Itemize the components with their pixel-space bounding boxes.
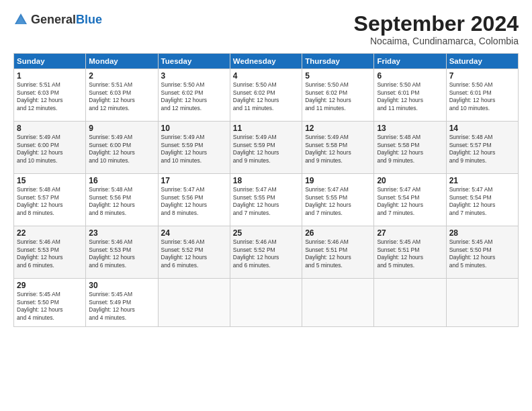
table-row: 25Sunrise: 5:46 AM Sunset: 5:52 PM Dayli… [230,226,302,279]
cell-info: Sunrise: 5:48 AM Sunset: 5:57 PM Dayligh… [449,134,515,165]
cell-info: Sunrise: 5:49 AM Sunset: 5:58 PM Dayligh… [305,134,371,165]
table-row: 15Sunrise: 5:48 AM Sunset: 5:57 PM Dayli… [14,174,86,226]
cell-info: Sunrise: 5:48 AM Sunset: 5:57 PM Dayligh… [17,186,83,217]
day-number: 7 [449,71,515,81]
cell-info: Sunrise: 5:45 AM Sunset: 5:50 PM Dayligh… [449,238,515,269]
table-row: 10Sunrise: 5:49 AM Sunset: 5:59 PM Dayli… [158,122,230,174]
table-row: 21Sunrise: 5:47 AM Sunset: 5:54 PM Dayli… [446,174,518,226]
day-number: 1 [17,71,83,81]
day-number: 25 [233,228,299,238]
table-row [230,279,302,327]
table-row [374,279,446,327]
day-number: 15 [17,176,83,185]
table-row: 28Sunrise: 5:45 AM Sunset: 5:50 PM Dayli… [446,226,518,279]
cell-info: Sunrise: 5:47 AM Sunset: 5:55 PM Dayligh… [233,186,299,217]
table-row: 7Sunrise: 5:50 AM Sunset: 6:01 PM Daylig… [446,69,518,122]
location-subtitle: Nocaima, Cundinamarca, Colombia [354,36,519,46]
day-number: 12 [305,124,371,133]
cell-info: Sunrise: 5:48 AM Sunset: 5:58 PM Dayligh… [377,134,443,165]
cell-info: Sunrise: 5:47 AM Sunset: 5:54 PM Dayligh… [449,186,515,217]
month-year-title: September 2024 [354,12,519,36]
day-number: 10 [161,124,227,133]
day-number: 11 [233,124,299,133]
cell-info: Sunrise: 5:46 AM Sunset: 5:52 PM Dayligh… [161,238,227,269]
table-row: 2Sunrise: 5:51 AM Sunset: 6:03 PM Daylig… [86,69,158,122]
table-row: 5Sunrise: 5:50 AM Sunset: 6:02 PM Daylig… [302,69,374,122]
day-number: 8 [17,124,83,133]
cell-info: Sunrise: 5:45 AM Sunset: 5:49 PM Dayligh… [89,291,154,322]
table-row: 20Sunrise: 5:47 AM Sunset: 5:54 PM Dayli… [374,174,446,226]
day-number: 3 [161,71,227,81]
day-number: 20 [377,176,443,185]
table-row: 24Sunrise: 5:46 AM Sunset: 5:52 PM Dayli… [158,226,230,279]
table-row: 13Sunrise: 5:48 AM Sunset: 5:58 PM Dayli… [374,122,446,174]
cell-info: Sunrise: 5:47 AM Sunset: 5:55 PM Dayligh… [305,186,371,217]
calendar-page: GeneralBlue September 2024 Nocaima, Cund… [0,0,532,411]
col-friday: Friday [374,54,446,69]
table-row: 1Sunrise: 5:51 AM Sunset: 6:03 PM Daylig… [14,69,86,122]
cell-info: Sunrise: 5:47 AM Sunset: 5:54 PM Dayligh… [377,186,443,217]
table-row: 22Sunrise: 5:46 AM Sunset: 5:53 PM Dayli… [14,226,86,279]
cell-info: Sunrise: 5:46 AM Sunset: 5:53 PM Dayligh… [17,238,83,269]
day-number: 16 [89,176,154,185]
day-number: 26 [305,228,371,238]
calendar-table: Sunday Monday Tuesday Wednesday Thursday… [13,53,519,327]
cell-info: Sunrise: 5:48 AM Sunset: 5:56 PM Dayligh… [89,186,154,217]
day-number: 5 [305,71,371,81]
logo: GeneralBlue [13,12,102,27]
table-row: 29Sunrise: 5:45 AM Sunset: 5:50 PM Dayli… [14,279,86,327]
day-number: 18 [233,176,299,185]
day-number: 22 [17,228,83,238]
day-number: 13 [377,124,443,133]
cell-info: Sunrise: 5:45 AM Sunset: 5:50 PM Dayligh… [17,291,83,322]
cell-info: Sunrise: 5:46 AM Sunset: 5:51 PM Dayligh… [305,238,371,269]
table-row: 3Sunrise: 5:50 AM Sunset: 6:02 PM Daylig… [158,69,230,122]
table-row: 9Sunrise: 5:49 AM Sunset: 6:00 PM Daylig… [86,122,158,174]
col-sunday: Sunday [14,54,86,69]
calendar-header-row: Sunday Monday Tuesday Wednesday Thursday… [14,54,519,69]
cell-info: Sunrise: 5:51 AM Sunset: 6:03 PM Dayligh… [17,81,83,112]
cell-info: Sunrise: 5:49 AM Sunset: 6:00 PM Dayligh… [17,134,83,165]
title-block: September 2024 Nocaima, Cundinamarca, Co… [354,12,519,46]
cell-info: Sunrise: 5:46 AM Sunset: 5:53 PM Dayligh… [89,238,154,269]
table-row: 16Sunrise: 5:48 AM Sunset: 5:56 PM Dayli… [86,174,158,226]
cell-info: Sunrise: 5:51 AM Sunset: 6:03 PM Dayligh… [89,81,154,112]
cell-info: Sunrise: 5:49 AM Sunset: 5:59 PM Dayligh… [233,134,299,165]
day-number: 9 [89,124,154,133]
day-number: 24 [161,228,227,238]
day-number: 14 [449,124,515,133]
day-number: 19 [305,176,371,185]
col-monday: Monday [86,54,158,69]
col-wednesday: Wednesday [230,54,302,69]
cell-info: Sunrise: 5:45 AM Sunset: 5:51 PM Dayligh… [377,238,443,269]
cell-info: Sunrise: 5:47 AM Sunset: 5:56 PM Dayligh… [161,186,227,217]
day-number: 29 [17,281,83,290]
table-row: 14Sunrise: 5:48 AM Sunset: 5:57 PM Dayli… [446,122,518,174]
table-row: 23Sunrise: 5:46 AM Sunset: 5:53 PM Dayli… [86,226,158,279]
cell-info: Sunrise: 5:49 AM Sunset: 6:00 PM Dayligh… [89,134,154,165]
logo-text-general: General [31,13,76,26]
table-row: 30Sunrise: 5:45 AM Sunset: 5:49 PM Dayli… [86,279,158,327]
cell-info: Sunrise: 5:50 AM Sunset: 6:02 PM Dayligh… [161,81,227,112]
table-row [158,279,230,327]
table-row: 8Sunrise: 5:49 AM Sunset: 6:00 PM Daylig… [14,122,86,174]
table-row: 12Sunrise: 5:49 AM Sunset: 5:58 PM Dayli… [302,122,374,174]
table-row [446,279,518,327]
table-row: 4Sunrise: 5:50 AM Sunset: 6:02 PM Daylig… [230,69,302,122]
table-row [302,279,374,327]
col-thursday: Thursday [302,54,374,69]
cell-info: Sunrise: 5:49 AM Sunset: 5:59 PM Dayligh… [161,134,227,165]
page-header: GeneralBlue September 2024 Nocaima, Cund… [13,12,519,46]
logo-text-blue: Blue [76,13,102,26]
day-number: 21 [449,176,515,185]
day-number: 23 [89,228,154,238]
day-number: 6 [377,71,443,81]
day-number: 30 [89,281,154,290]
table-row: 11Sunrise: 5:49 AM Sunset: 5:59 PM Dayli… [230,122,302,174]
day-number: 17 [161,176,227,185]
day-number: 4 [233,71,299,81]
cell-info: Sunrise: 5:50 AM Sunset: 6:02 PM Dayligh… [305,81,371,112]
table-row: 26Sunrise: 5:46 AM Sunset: 5:51 PM Dayli… [302,226,374,279]
cell-info: Sunrise: 5:50 AM Sunset: 6:02 PM Dayligh… [233,81,299,112]
col-tuesday: Tuesday [158,54,230,69]
